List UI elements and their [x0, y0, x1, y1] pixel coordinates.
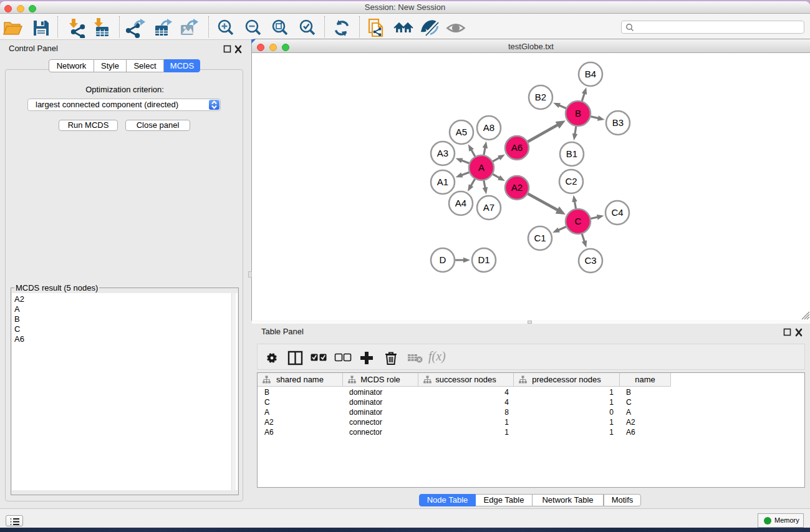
svg-text:A8: A8: [483, 122, 494, 133]
svg-text:A7: A7: [483, 202, 494, 213]
svg-text:B3: B3: [612, 117, 624, 128]
svg-text:A1: A1: [437, 177, 448, 187]
svg-text:C2: C2: [565, 176, 577, 186]
svg-text:B2: B2: [535, 92, 546, 102]
svg-text:B1: B1: [566, 148, 577, 159]
svg-text:B4: B4: [585, 69, 596, 79]
svg-text:A2: A2: [511, 182, 523, 193]
svg-text:A: A: [478, 162, 485, 173]
svg-text:C1: C1: [534, 233, 546, 243]
svg-text:A5: A5: [456, 127, 467, 137]
svg-text:C4: C4: [611, 207, 623, 218]
svg-text:C: C: [575, 216, 582, 226]
svg-text:D1: D1: [478, 254, 489, 265]
svg-text:D: D: [440, 254, 446, 265]
svg-text:A6: A6: [511, 142, 523, 153]
svg-text:A4: A4: [455, 198, 466, 208]
svg-text:C3: C3: [584, 255, 596, 266]
svg-text:B: B: [575, 108, 581, 118]
svg-text:A3: A3: [437, 148, 448, 158]
